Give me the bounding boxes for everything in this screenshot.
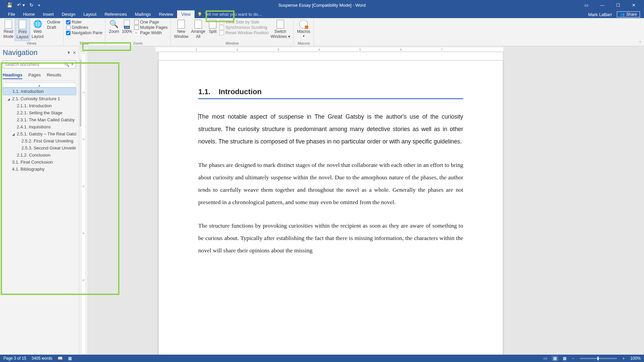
horizontal-ruler[interactable]: 1234567 bbox=[155, 46, 504, 52]
page-gap bbox=[158, 52, 503, 60]
redo-icon[interactable]: ↻ bbox=[30, 2, 34, 8]
one-page-icon bbox=[134, 20, 139, 24]
tell-me-search[interactable]: 💡 Tell me what you want to do... bbox=[197, 12, 262, 18]
tab-mailings[interactable]: Mailings bbox=[131, 10, 155, 18]
document-area[interactable]: 1234567 1.1. Introduction The most notab… bbox=[88, 46, 644, 355]
nav-search-input[interactable]: Search document 🔍▼ bbox=[3, 60, 76, 68]
qat-more-icon[interactable]: ▾ bbox=[38, 3, 40, 7]
nav-dropdown-icon[interactable]: ▼ bbox=[67, 50, 71, 55]
macro-record-icon[interactable]: ▦ bbox=[68, 356, 72, 361]
navpane-check[interactable] bbox=[66, 31, 70, 35]
status-page[interactable]: Page 3 of 15 bbox=[3, 356, 26, 361]
tab-references[interactable]: References bbox=[101, 10, 131, 18]
nav-tab-pages[interactable]: Pages bbox=[29, 72, 41, 79]
nav-collapse-button[interactable]: ▴ bbox=[3, 83, 76, 87]
one-page-button[interactable]: One Page bbox=[133, 19, 168, 25]
share-button[interactable]: 👥 Share bbox=[617, 11, 640, 17]
paragraph-2: The phases are designed to mark distinct… bbox=[198, 159, 463, 208]
spell-check-icon[interactable]: 📖 bbox=[58, 356, 63, 361]
save-icon[interactable]: 💾 bbox=[7, 2, 12, 8]
nav-item[interactable]: 2.1.2. Conclusion bbox=[3, 152, 76, 159]
minimize-icon[interactable]: ― bbox=[598, 3, 606, 8]
tab-insert[interactable]: Insert bbox=[39, 10, 58, 18]
page-width-button[interactable]: ↔Page Width bbox=[133, 30, 168, 36]
undo-icon[interactable]: ↶ ▾ bbox=[17, 2, 25, 8]
outline-button[interactable]: Outline bbox=[45, 19, 61, 25]
nav-tab-headings[interactable]: Headings bbox=[3, 72, 22, 79]
group-label-zoom: Zoom bbox=[107, 41, 168, 46]
ruler-check[interactable] bbox=[66, 20, 70, 24]
heading: 1.1. Introduction bbox=[198, 87, 463, 96]
zoom-level[interactable]: 100% bbox=[630, 356, 641, 361]
nav-item[interactable]: 4.1. Bibliography bbox=[3, 166, 76, 173]
user-name[interactable]: Mark LaBarr bbox=[588, 12, 612, 17]
share-icon: 👥 bbox=[620, 12, 625, 17]
nav-item[interactable]: ◢2.5.1. Gatsby – The Real Gatsby bbox=[3, 130, 76, 137]
tab-selector[interactable]: L bbox=[80, 47, 86, 52]
zoom-out-icon[interactable]: － bbox=[571, 356, 575, 361]
read-mode-view-icon[interactable]: ▭ bbox=[543, 356, 547, 361]
read-mode-button[interactable]: Read Mode bbox=[2, 19, 15, 41]
nav-item[interactable]: 2.1.1. Introduction bbox=[3, 102, 76, 109]
split-button[interactable]: Split bbox=[207, 19, 219, 41]
web-layout-button[interactable]: 🌐 Web Layout bbox=[30, 19, 45, 41]
print-layout-view-icon[interactable]: ▦ bbox=[552, 356, 558, 361]
print-layout-button[interactable]: Print Layout bbox=[15, 19, 30, 41]
web-layout-icon: 🌐 bbox=[33, 20, 42, 28]
nav-item[interactable]: 2.4.1. Inquisitions bbox=[3, 123, 76, 130]
tell-me-placeholder: Tell me what you want to do... bbox=[204, 12, 262, 17]
ruler-checkbox[interactable]: Ruler bbox=[65, 19, 103, 25]
nav-item[interactable]: 2.5.2. First Great Unveiling bbox=[3, 137, 76, 144]
split-icon bbox=[209, 20, 216, 28]
side-by-side-icon bbox=[219, 20, 224, 24]
draft-button[interactable]: Draft bbox=[45, 25, 61, 30]
tab-home[interactable]: Home bbox=[19, 10, 39, 18]
web-layout-view-icon[interactable]: ▦ bbox=[563, 356, 567, 361]
document-page[interactable]: 1.1. Introduction The most notable aspec… bbox=[158, 60, 503, 355]
multiple-pages-button[interactable]: Multiple Pages bbox=[133, 25, 168, 30]
zoom-100-button[interactable]: 100 100% bbox=[120, 19, 133, 41]
maximize-icon[interactable]: ☐ bbox=[614, 3, 622, 8]
ribbon-group-zoom: Zoom 100 100% One Page Multiple Pages ↔P… bbox=[105, 18, 170, 46]
navigation-pane: Navigation ▼ ✕ Search document 🔍▼ Headin… bbox=[0, 46, 79, 355]
navigation-title: Navigation bbox=[3, 48, 38, 57]
macros-button[interactable]: Macros ▾ bbox=[296, 19, 312, 41]
nav-item[interactable]: 2.2.1. Setting the Stage bbox=[3, 109, 76, 116]
zoom-slider[interactable] bbox=[580, 358, 617, 359]
zoom-icon bbox=[109, 19, 119, 29]
nav-item[interactable]: 3.1. Final Conclusion bbox=[3, 159, 76, 166]
search-icon[interactable]: 🔍 bbox=[64, 62, 69, 67]
zoom-in-icon[interactable]: ＋ bbox=[622, 356, 626, 361]
tab-view[interactable]: View bbox=[177, 10, 195, 18]
tab-design[interactable]: Design bbox=[58, 10, 79, 18]
sync-scroll-icon bbox=[219, 25, 224, 30]
nav-close-icon[interactable]: ✕ bbox=[73, 50, 76, 55]
collapse-ribbon-icon[interactable]: ˄ bbox=[639, 41, 641, 45]
ribbon-display-icon[interactable]: ▭ bbox=[583, 3, 590, 8]
new-window-button[interactable]: New Window bbox=[173, 19, 190, 41]
search-dropdown-icon[interactable]: ▼ bbox=[71, 63, 74, 66]
paragraph-3: The structure functions by provoking cur… bbox=[198, 220, 463, 256]
navigation-pane-checkbox[interactable]: Navigation Pane bbox=[65, 30, 103, 36]
title-bar: 💾 ↶ ▾ ↻ ▾ Suspense Essay [Compatibility … bbox=[0, 0, 644, 10]
arrange-all-button[interactable]: Arrange All bbox=[190, 19, 207, 41]
paragraph-1: The most notable aspect of suspense in T… bbox=[198, 111, 463, 147]
nav-item[interactable]: 2.5.3. Second Great Unveiling bbox=[3, 144, 76, 152]
tab-review[interactable]: Review bbox=[155, 10, 177, 18]
synchronous-scrolling-button: Synchronous Scrolling bbox=[219, 25, 269, 30]
nav-item[interactable]: ◢2.1. Curiosity Structure 1 bbox=[3, 95, 76, 102]
status-words[interactable]: 3405 words bbox=[32, 356, 52, 361]
work-area: Navigation ▼ ✕ Search document 🔍▼ Headin… bbox=[0, 46, 644, 355]
tab-file[interactable]: File bbox=[4, 10, 19, 18]
macros-icon bbox=[299, 20, 308, 28]
nav-tab-results[interactable]: Results bbox=[47, 72, 61, 79]
tab-layout[interactable]: Layout bbox=[79, 10, 101, 18]
close-icon[interactable]: ✕ bbox=[630, 3, 637, 8]
zoom-button[interactable]: Zoom bbox=[107, 19, 120, 41]
nav-tabs: Headings Pages Results bbox=[3, 72, 76, 81]
switch-windows-button[interactable]: Switch Windows ▾ bbox=[269, 19, 291, 41]
nav-item[interactable]: 1.1. Introduction bbox=[3, 87, 76, 95]
gridlines-checkbox[interactable]: Gridlines bbox=[65, 25, 103, 30]
gridlines-check[interactable] bbox=[66, 25, 70, 30]
nav-item[interactable]: 2.3.1. The Man Called Gatsby bbox=[3, 116, 76, 123]
